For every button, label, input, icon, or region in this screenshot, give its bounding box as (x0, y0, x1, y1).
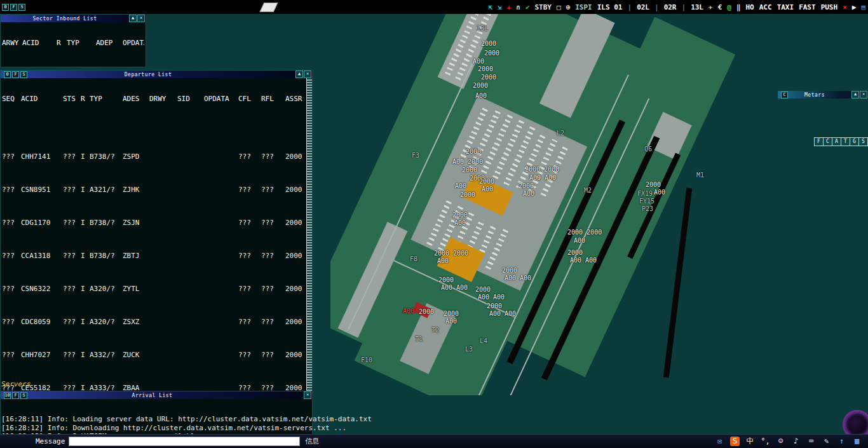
taxi-button[interactable]: TAXI (777, 3, 794, 11)
departure-header-row: SEQ ACID STS R TYP ADES DRWY SID OPDATA … (1, 95, 312, 103)
add-icon[interactable]: + (507, 3, 512, 11)
collapse-button[interactable]: ▲ (851, 91, 859, 98)
window-title: Arrival List (1, 393, 304, 398)
quick-filter-button[interactable]: A (832, 137, 841, 146)
window-title: Departure List (1, 72, 295, 78)
push-button[interactable]: PUSH (821, 3, 838, 11)
mic-icon[interactable]: ♪ (791, 437, 801, 446)
ime-punct-icon[interactable]: °, (761, 437, 770, 446)
close-icon[interactable]: × (304, 71, 311, 78)
col-r: R (55, 39, 65, 47)
window-control[interactable]: 0 (2, 4, 9, 11)
window-control[interactable]: F (12, 71, 19, 78)
close-red-button[interactable]: × (843, 3, 847, 11)
departure-row[interactable]: ??? CDC8059 ??? I A320/? ZSXZ ??? ??? 20… (1, 318, 312, 326)
airport-map[interactable] (330, 0, 750, 395)
headset-icon[interactable]: ∩ (516, 3, 520, 11)
message-input[interactable] (69, 437, 300, 446)
taskbar-tray: ✉S中°,☺♪⌨✎↑▦ (715, 437, 868, 446)
metars-titlebar[interactable]: C Metars ▲ × (778, 91, 868, 98)
departure-list-window: 0FS Departure List ▲ × SEQ ACID STS R TY… (0, 70, 313, 397)
close-icon[interactable]: × (860, 91, 867, 98)
play-button[interactable]: ▶ (852, 3, 857, 11)
message-label: Message (36, 437, 65, 445)
window-control[interactable]: S (20, 71, 27, 78)
handwriting-icon[interactable]: ✎ (822, 437, 831, 446)
departure-row[interactable]: ??? CHH7027 ??? I A332/? ZUCK ??? ??? 20… (1, 351, 312, 359)
bottom-message-bar: Message 信息 ✉S中°,☺♪⌨✎↑▦ (0, 434, 868, 448)
sector-window-controls: 0FS (2, 4, 25, 11)
square-icon[interactable]: □ (557, 3, 561, 11)
tray-expand-icon[interactable]: ↑ (837, 437, 846, 446)
departure-row[interactable]: ??? CHH7141 ??? I B738/? ZSPD ??? ??? 20… (1, 153, 312, 161)
departure-scrollbar[interactable] (306, 78, 312, 396)
toolbar-right-group: ⇱⇲+∩✔STBY□⊕ISPIILS 01|02L|02R|13L✈€@‖HOA… (488, 3, 868, 11)
sogou-icon[interactable]: S (730, 437, 740, 446)
runway-02l-button[interactable]: 02L (637, 3, 649, 11)
runway-02r-button[interactable]: 02R (664, 3, 677, 11)
zoom-tool-icon[interactable]: ⇲ (498, 3, 502, 11)
fast-button[interactable]: FAST (799, 3, 816, 11)
quick-filter-button[interactable]: T (841, 137, 850, 146)
close-icon[interactable]: × (137, 15, 145, 22)
message-icon[interactable]: ✉ (715, 437, 724, 446)
departure-rows: ??? CHH7141 ??? I B738/? ZSPD ??? ??? 20… (1, 119, 312, 397)
quick-filter-bar: FCATGS (815, 137, 868, 146)
sector-inbound-window: Sector Inbound List ▲ × ARWY ACID R TYP … (0, 14, 146, 67)
window-control[interactable]: F (10, 4, 17, 11)
quick-filter-button[interactable]: G (850, 137, 859, 146)
emoji-icon[interactable]: ☺ (776, 437, 785, 446)
col-opdata: OPDATA (121, 39, 144, 47)
window-title: Sector Inbound List (1, 16, 129, 22)
ispi-indicator[interactable]: ISPI (575, 3, 592, 11)
console-line: [16:28:12] Info: Downloading http://clus… (1, 424, 422, 432)
divider[interactable]: | (682, 3, 686, 11)
col-arwy: ARWY (1, 39, 21, 47)
runway-13l-button[interactable]: 13L (691, 3, 703, 11)
eraser-icon[interactable] (260, 3, 278, 12)
keyboard-icon[interactable]: ⌨ (806, 437, 816, 446)
col-adep: ADEP (95, 39, 121, 47)
pan-tool-icon[interactable]: ⇱ (488, 3, 492, 11)
wind-icon[interactable]: @ (727, 3, 731, 11)
menu-icon[interactable]: ▤ (861, 3, 865, 11)
top-toolbar: 0FS ⇱⇲+∩✔STBY□⊕ISPIILS 01|02L|02R|13L✈€@… (0, 0, 868, 14)
console-line: [16:28:11] Info: Loading server data URL… (1, 415, 422, 423)
divider[interactable]: | (654, 3, 659, 11)
ime-lang-icon[interactable]: 中 (745, 437, 755, 446)
ils-01-button[interactable]: ILS 01 (597, 3, 623, 11)
runway-west (663, 188, 692, 378)
aircraft-icon[interactable]: ✈ (709, 3, 713, 11)
departure-titlebar[interactable]: 0FS Departure List ▲ × (1, 71, 312, 78)
departure-row[interactable]: ??? CSN8951 ??? I A321/? ZJHK ??? ??? 20… (1, 186, 312, 194)
window-title: Metars (778, 92, 851, 98)
metars-window-controls: C (781, 92, 788, 98)
console-servers-note: Servers (1, 380, 31, 388)
quick-filter-button[interactable]: C (823, 137, 832, 146)
ime-toolbox-icon[interactable]: ▦ (852, 437, 862, 446)
quick-filter-button[interactable]: F (814, 137, 824, 146)
col-typ: TYP (65, 39, 95, 47)
departure-row[interactable]: ??? CSN6322 ??? I A320/? ZYTL ??? ??? 20… (1, 285, 312, 293)
standby-button[interactable]: STBY (535, 3, 552, 11)
euro-icon[interactable]: € (718, 3, 722, 11)
acc-button[interactable]: ACC (759, 3, 772, 11)
handoff-button[interactable]: HO (746, 3, 754, 11)
divider[interactable]: | (628, 3, 632, 11)
departure-row[interactable]: ??? CCA1318 ??? I B738/? ZBTJ ??? ??? 20… (1, 252, 312, 260)
window-control[interactable]: 0 (4, 71, 11, 78)
collapse-button[interactable]: ▲ (129, 15, 137, 22)
departure-window-controls: 0FS (4, 71, 27, 78)
window-control[interactable]: S (18, 4, 25, 11)
target-icon[interactable]: ⊕ (566, 3, 571, 11)
sector-titlebar[interactable]: Sector Inbound List ▲ × (1, 15, 146, 22)
window-control[interactable]: C (781, 92, 788, 98)
col-acid: ACID (21, 39, 55, 47)
departure-row[interactable]: ??? CDG1170 ??? I B738/? ZSJN ??? ??? 20… (1, 219, 312, 227)
ok-icon[interactable]: ✔ (526, 3, 530, 11)
quick-filter-button[interactable]: S (858, 137, 868, 146)
airport-rotated-layout (330, 0, 735, 395)
metars-window: C Metars ▲ × (778, 91, 868, 98)
collapse-button[interactable]: ▲ (295, 71, 303, 78)
pause-button[interactable]: ‖ (736, 3, 741, 11)
